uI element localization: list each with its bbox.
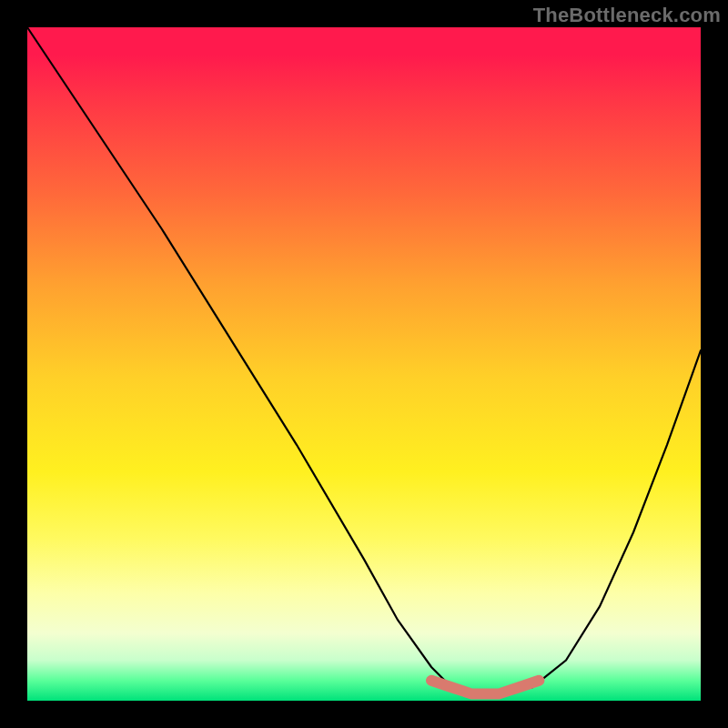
watermark-text: TheBottleneck.com <box>533 4 721 27</box>
bottleneck-curve-path <box>27 27 701 694</box>
trough-band-path <box>431 681 539 694</box>
chart-svg <box>27 27 701 701</box>
chart-plot-area <box>27 27 701 701</box>
chart-frame: TheBottleneck.com <box>0 0 728 728</box>
